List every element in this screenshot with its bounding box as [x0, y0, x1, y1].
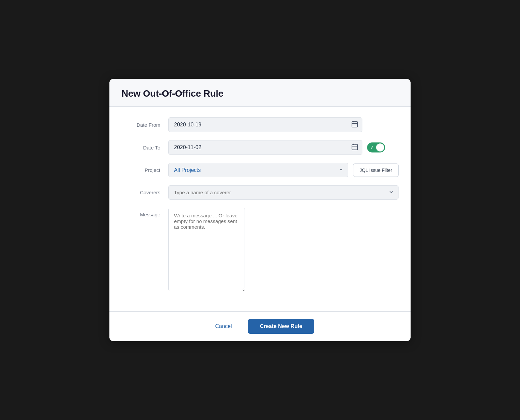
- message-label: Message: [121, 208, 168, 217]
- cancel-button[interactable]: Cancel: [206, 319, 241, 334]
- date-to-toggle[interactable]: ✓: [367, 142, 385, 152]
- dialog-container: New Out-Of-Office Rule Date From: [109, 79, 411, 341]
- date-from-controls: [168, 117, 399, 132]
- date-to-label: Date To: [121, 145, 168, 150]
- date-from-row: Date From: [121, 117, 399, 132]
- project-label: Project: [121, 167, 168, 173]
- date-to-input[interactable]: [168, 140, 362, 155]
- dialog-footer: Cancel Create New Rule: [109, 311, 411, 341]
- date-from-input[interactable]: [168, 117, 362, 132]
- create-rule-button[interactable]: Create New Rule: [248, 319, 314, 334]
- project-select-wrapper: All Projects Project A Project B: [168, 163, 348, 177]
- message-textarea[interactable]: [168, 208, 245, 291]
- message-row: Message: [121, 208, 399, 293]
- project-select[interactable]: All Projects Project A Project B: [168, 163, 348, 177]
- project-row: Project All Projects Project A Project B…: [121, 163, 399, 177]
- date-to-row: Date To: [121, 140, 399, 155]
- coverers-input-wrapper: [168, 185, 399, 200]
- date-to-controls: ✓: [168, 140, 399, 155]
- message-control-wrapper: [168, 208, 399, 293]
- dialog-title: New Out-Of-Office Rule: [121, 88, 399, 99]
- date-from-input-wrapper: [168, 117, 362, 132]
- coverers-controls: [168, 185, 399, 200]
- project-controls: All Projects Project A Project B JQL Iss…: [168, 163, 399, 177]
- toggle-slider: [367, 142, 385, 152]
- jql-filter-button[interactable]: JQL Issue Filter: [353, 164, 399, 177]
- coverers-input[interactable]: [168, 185, 399, 200]
- dialog-header: New Out-Of-Office Rule: [109, 79, 411, 107]
- date-to-input-wrapper: [168, 140, 362, 155]
- coverers-row: Coverers: [121, 185, 399, 200]
- date-from-label: Date From: [121, 122, 168, 128]
- coverers-label: Coverers: [121, 190, 168, 195]
- dialog-body: Date From Date To: [109, 107, 411, 311]
